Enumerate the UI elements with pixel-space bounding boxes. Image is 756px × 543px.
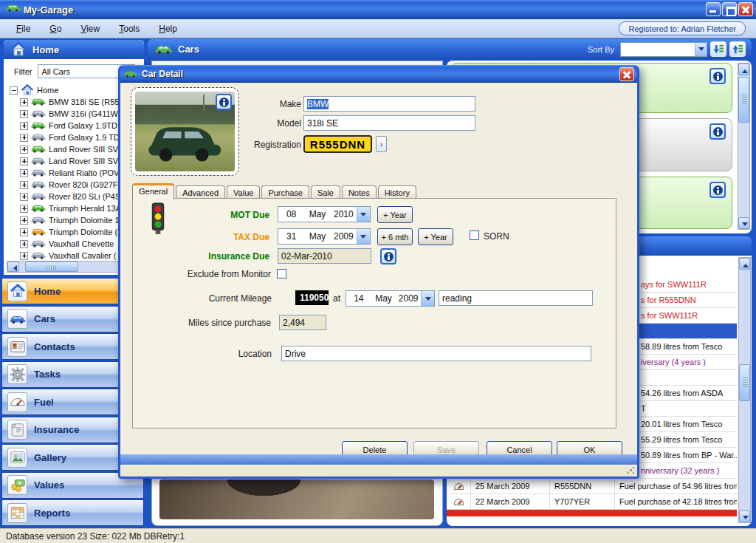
info-icon[interactable] <box>709 182 726 198</box>
mot-day: 08 <box>278 209 304 219</box>
menu-item[interactable]: Help <box>150 21 186 36</box>
collapse-icon[interactable] <box>10 86 18 95</box>
row-date: 25 March 2009 <box>471 479 550 494</box>
info-icon[interactable] <box>709 68 726 84</box>
miles-since-purchase-field: 2,494 <box>279 315 326 330</box>
scroll-down-icon[interactable] <box>738 217 749 229</box>
menu-item[interactable]: View <box>72 21 109 36</box>
registration-plate[interactable]: R555DNN <box>303 135 372 153</box>
scrollbar-thumb[interactable] <box>739 364 750 401</box>
car-photo-large <box>159 479 434 519</box>
scroll-down-icon[interactable] <box>739 510 750 522</box>
gear-icon <box>7 364 27 384</box>
sidebar-item-label: Contacts <box>34 341 75 352</box>
car-detail-dialog: Car Detail Make BMW Model 318i SE Regist… <box>118 65 639 479</box>
tree-item-label: Reliant Rialto (POV <box>49 168 119 177</box>
car-icon <box>31 251 46 260</box>
tab[interactable]: General <box>132 183 174 199</box>
car-icon <box>31 180 46 189</box>
expand-icon[interactable] <box>20 252 28 260</box>
expand-icon[interactable] <box>20 157 28 165</box>
dialog-close-button[interactable] <box>619 67 634 81</box>
tax-plus-year-button[interactable]: + Year <box>418 228 453 245</box>
tree-item-label: BMW 316i (G411W <box>49 109 118 118</box>
tree-item-label: Rover 820 SLi (P4S <box>49 192 120 201</box>
minimize-button[interactable] <box>706 2 721 16</box>
cars-panel-header: Cars Sort By <box>148 39 752 59</box>
monitor-row-fuel[interactable]: 22 March 2009 Y707YER Fuel purchase of 4… <box>447 494 737 510</box>
sorn-checkbox[interactable] <box>470 230 479 240</box>
expand-icon[interactable] <box>20 110 28 118</box>
filter-value: All Cars <box>38 67 123 76</box>
scroll-up-icon[interactable] <box>738 64 749 75</box>
make-input[interactable]: BMW <box>303 96 475 112</box>
expand-icon[interactable] <box>20 169 28 177</box>
mileage-year: 2009 <box>396 293 421 304</box>
tree-item-label: Ford Galaxy 1.9 TD <box>49 133 120 142</box>
chevron-down-icon[interactable] <box>357 229 370 244</box>
scroll-up-icon[interactable] <box>739 258 750 270</box>
close-button[interactable] <box>738 2 753 16</box>
car-icon <box>7 309 27 329</box>
expand-icon[interactable] <box>20 228 28 236</box>
monitor-row-fuel[interactable]: 25 March 2009 R555DNN Fuel purchase of 5… <box>447 479 737 494</box>
car-icon <box>31 204 46 213</box>
exclude-monitor-checkbox[interactable] <box>277 269 286 279</box>
menu-bar: File Go View Tools Help Registered to: A… <box>0 19 756 38</box>
mileage-note-value: reading <box>442 293 472 304</box>
monitor-scrollbar[interactable] <box>738 257 751 523</box>
info-icon[interactable] <box>709 123 726 140</box>
mot-plus-year-button[interactable]: + Year <box>377 206 413 223</box>
tree-item-label: Triumph Dolomite 1 <box>49 216 120 225</box>
model-input[interactable]: 318i SE <box>303 115 475 131</box>
scrollbar-thumb[interactable] <box>738 77 749 123</box>
expand-icon[interactable] <box>20 98 28 106</box>
menu-item[interactable]: Go <box>41 21 70 36</box>
fuel-gauge-icon <box>7 392 27 412</box>
resize-grip[interactable] <box>627 466 635 474</box>
car-icon <box>31 216 46 225</box>
scrollbar-thumb[interactable] <box>25 262 78 272</box>
expand-icon[interactable] <box>20 205 28 213</box>
sort-ascending-button[interactable] <box>729 41 746 57</box>
insurance-info-icon[interactable] <box>380 248 396 264</box>
expand-icon[interactable] <box>20 134 28 142</box>
tax-due-date-picker[interactable]: 31 May 2009 <box>278 228 371 245</box>
expand-icon[interactable] <box>20 122 28 130</box>
model-label: Model <box>231 118 301 129</box>
home-icon <box>10 42 27 57</box>
chevron-down-icon[interactable] <box>357 207 370 222</box>
chevron-down-icon[interactable] <box>421 291 434 306</box>
money-icon <box>7 475 27 495</box>
filter-label: Filter <box>14 67 32 76</box>
home-panel-header: Home <box>4 40 144 59</box>
car-icon <box>31 157 46 165</box>
car-icon <box>31 121 46 130</box>
registration-expand-button[interactable]: › <box>376 136 387 152</box>
monitor-row-alert[interactable] <box>447 510 737 516</box>
expand-icon[interactable] <box>20 216 28 225</box>
mileage-date-picker[interactable]: 14 May 2009 <box>346 290 435 307</box>
chevron-down-icon[interactable] <box>695 43 707 56</box>
car-icon <box>31 239 46 248</box>
current-mileage-value[interactable]: 119050 <box>295 290 329 305</box>
restore-button[interactable] <box>722 2 737 16</box>
cards-scrollbar[interactable] <box>738 63 750 230</box>
sidebar-item-reports[interactable]: Reports <box>1 499 144 526</box>
photo-info-icon[interactable] <box>216 94 232 110</box>
expand-icon[interactable] <box>20 240 28 248</box>
tax-plus-6mth-button[interactable]: + 6 mth <box>377 228 413 245</box>
expand-icon[interactable] <box>20 181 28 189</box>
sort-by-dropdown[interactable] <box>620 42 707 57</box>
mot-due-date-picker[interactable]: 08 May 2010 <box>278 206 371 222</box>
mileage-note-input[interactable]: reading <box>439 290 593 306</box>
sort-descending-button[interactable] <box>710 41 726 57</box>
scroll-left-icon[interactable] <box>7 262 19 272</box>
expand-icon[interactable] <box>20 193 28 201</box>
expand-icon[interactable] <box>20 146 28 154</box>
menu-item[interactable]: File <box>7 21 39 36</box>
menu-item[interactable]: Tools <box>110 21 148 36</box>
tree-root-label: Home <box>37 86 58 95</box>
home-node-icon <box>21 85 34 95</box>
location-input[interactable]: Drive <box>281 346 591 361</box>
